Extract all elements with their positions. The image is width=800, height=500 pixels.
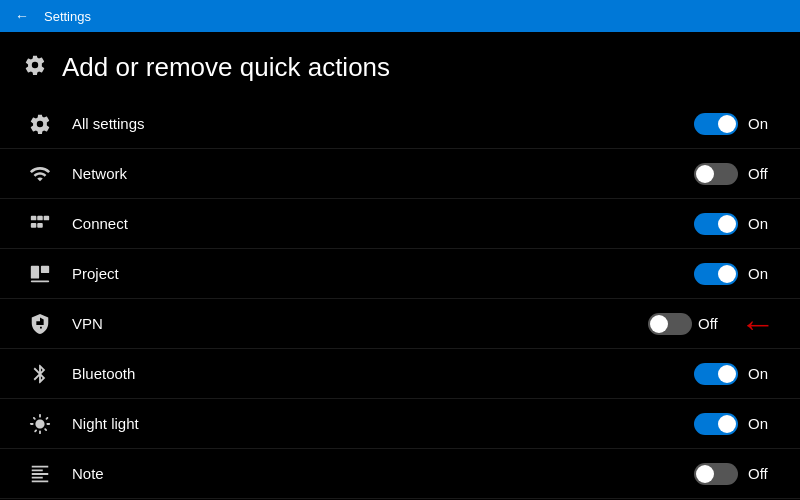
toggle-label-night-light: On — [748, 415, 776, 432]
sun-icon — [24, 413, 56, 435]
svg-rect-3 — [31, 223, 36, 228]
toggle-area-network: Off — [694, 163, 776, 185]
vpn-icon — [24, 313, 56, 335]
vpn-arrow-annotation: Off← — [648, 306, 776, 342]
toggle-vpn[interactable] — [648, 313, 692, 335]
network-icon — [24, 163, 56, 185]
gear-icon — [24, 113, 56, 135]
toggle-area-vpn: Off← — [648, 306, 776, 342]
item-label-connect: Connect — [72, 215, 694, 232]
toggle-label-all-settings: On — [748, 115, 776, 132]
list-item-night-light: Night lightOn — [0, 399, 800, 449]
toggle-area-project: On — [694, 263, 776, 285]
list-item-all-settings: All settingsOn — [0, 99, 800, 149]
toggle-area-connect: On — [694, 213, 776, 235]
back-button[interactable]: ← — [10, 4, 34, 28]
page-title: Add or remove quick actions — [62, 52, 390, 83]
svg-rect-7 — [31, 280, 49, 282]
list-item-bluetooth: BluetoothOn — [0, 349, 800, 399]
page-header: Add or remove quick actions — [0, 32, 800, 99]
toggle-label-bluetooth: On — [748, 365, 776, 382]
item-label-all-settings: All settings — [72, 115, 694, 132]
toggle-project[interactable] — [694, 263, 738, 285]
svg-rect-2 — [44, 215, 49, 220]
toggle-bluetooth[interactable] — [694, 363, 738, 385]
svg-rect-1 — [37, 215, 43, 220]
toggle-label-vpn: Off — [698, 315, 726, 332]
toggle-network[interactable] — [694, 163, 738, 185]
toggle-label-project: On — [748, 265, 776, 282]
toggle-area-note: Off — [694, 463, 776, 485]
red-arrow-indicator: ← — [740, 306, 776, 342]
toggle-connect[interactable] — [694, 213, 738, 235]
toggle-label-network: Off — [748, 165, 776, 182]
toggle-area-night-light: On — [694, 413, 776, 435]
toggle-label-note: Off — [748, 465, 776, 482]
bluetooth-icon — [24, 363, 56, 385]
svg-rect-5 — [31, 265, 39, 278]
list-item-network: NetworkOff — [0, 149, 800, 199]
project-icon — [24, 263, 56, 285]
svg-rect-4 — [37, 223, 43, 228]
titlebar: ← Settings — [0, 0, 800, 32]
item-label-vpn: VPN — [72, 315, 648, 332]
list-item-project: ProjectOn — [0, 249, 800, 299]
item-label-night-light: Night light — [72, 415, 694, 432]
item-label-project: Project — [72, 265, 694, 282]
toggle-note[interactable] — [694, 463, 738, 485]
titlebar-title: Settings — [44, 9, 91, 24]
connect-icon — [24, 213, 56, 235]
toggle-area-all-settings: On — [694, 113, 776, 135]
item-label-bluetooth: Bluetooth — [72, 365, 694, 382]
toggle-all-settings[interactable] — [694, 113, 738, 135]
toggle-area-bluetooth: On — [694, 363, 776, 385]
svg-rect-0 — [31, 215, 36, 220]
toggle-night-light[interactable] — [694, 413, 738, 435]
item-label-network: Network — [72, 165, 694, 182]
list-item-vpn: VPNOff← — [0, 299, 800, 349]
toggle-label-connect: On — [748, 215, 776, 232]
items-list: All settingsOnNetworkOffConnectOnProject… — [0, 99, 800, 499]
list-item-connect: ConnectOn — [0, 199, 800, 249]
list-item-note: NoteOff — [0, 449, 800, 499]
svg-rect-6 — [41, 265, 49, 272]
page-header-icon — [24, 54, 46, 82]
note-icon — [24, 463, 56, 485]
item-label-note: Note — [72, 465, 694, 482]
